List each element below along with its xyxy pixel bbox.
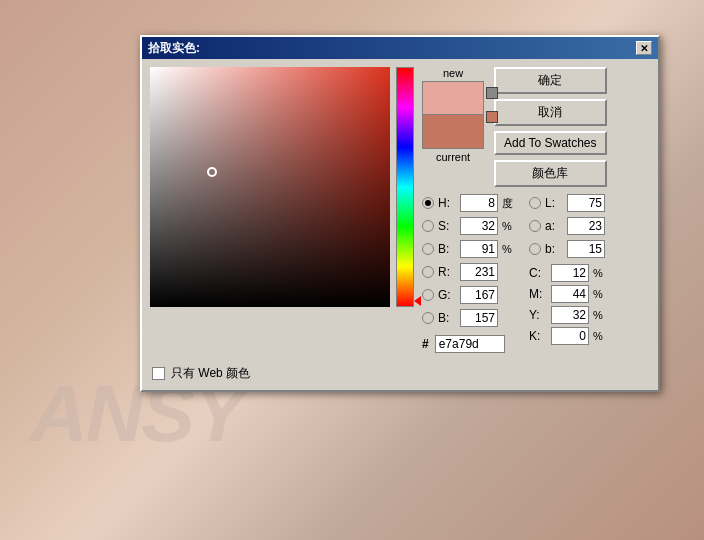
color-library-button[interactable]: 颜色库: [494, 160, 607, 187]
input-Y[interactable]: [551, 306, 589, 324]
field-B: B: %: [422, 239, 513, 259]
field-H: H: 度: [422, 193, 513, 213]
color-gradient-square[interactable]: [150, 67, 390, 307]
input-Bval[interactable]: [460, 309, 498, 327]
radio-a[interactable]: [529, 220, 541, 232]
current-color-box: [422, 115, 484, 149]
unit-S: %: [502, 220, 512, 232]
dialog-title: 拾取实色:: [148, 40, 200, 57]
cmyk-K: K: %: [529, 327, 605, 345]
cancel-button[interactable]: 取消: [494, 99, 607, 126]
web-colors-checkbox[interactable]: [152, 367, 165, 380]
cmyk-M: M: %: [529, 285, 605, 303]
cmyk-section: C: % M: % Y: %: [529, 264, 605, 345]
unit-K: %: [593, 330, 603, 342]
input-b[interactable]: [567, 240, 605, 258]
hex-label: #: [422, 337, 429, 351]
new-label: new: [422, 67, 484, 79]
input-a[interactable]: [567, 217, 605, 235]
field-b: b:: [529, 239, 605, 259]
label-Y: Y:: [529, 308, 547, 322]
field-G: G:: [422, 285, 513, 305]
input-R[interactable]: [460, 263, 498, 281]
cmyk-Y: Y: %: [529, 306, 605, 324]
label-S: S:: [438, 219, 456, 233]
label-Bval: B:: [438, 311, 456, 325]
fields-columns: H: 度 S: % B:: [422, 193, 622, 353]
new-color-box: [422, 81, 484, 115]
add-to-swatches-button[interactable]: Add To Swatches: [494, 131, 607, 155]
hue-slider-arrow: [414, 296, 421, 306]
new-swatch-icon[interactable]: [486, 87, 498, 99]
input-S[interactable]: [460, 217, 498, 235]
lab-cmyk-fields: L: a: b:: [529, 193, 605, 353]
radio-b[interactable]: [529, 243, 541, 255]
unit-H: 度: [502, 196, 513, 211]
label-b: b:: [545, 242, 563, 256]
label-K: K:: [529, 329, 547, 343]
dialog-titlebar: 拾取实色: ✕: [142, 37, 658, 59]
main-right-panel: new current 确定 取消 Add To Swatches 颜: [422, 67, 622, 353]
label-G: G:: [438, 288, 456, 302]
hex-input[interactable]: [435, 335, 505, 353]
label-R: R:: [438, 265, 456, 279]
unit-B: %: [502, 243, 512, 255]
cmyk-C: C: %: [529, 264, 605, 282]
dialog-body: new current 确定 取消 Add To Swatches 颜: [142, 59, 658, 361]
radio-B[interactable]: [422, 243, 434, 255]
hsb-rgb-fields: H: 度 S: % B:: [422, 193, 513, 353]
label-C: C:: [529, 266, 547, 280]
label-M: M:: [529, 287, 547, 301]
current-swatch-icon[interactable]: [486, 111, 498, 123]
color-picker-area: [150, 67, 414, 353]
unit-Y: %: [593, 309, 603, 321]
input-M[interactable]: [551, 285, 589, 303]
input-G[interactable]: [460, 286, 498, 304]
color-picker-dialog: 拾取实色: ✕ new: [140, 35, 660, 392]
ok-button[interactable]: 确定: [494, 67, 607, 94]
radio-G[interactable]: [422, 289, 434, 301]
close-button[interactable]: ✕: [636, 41, 652, 55]
radio-H[interactable]: [422, 197, 434, 209]
unit-C: %: [593, 267, 603, 279]
radio-S[interactable]: [422, 220, 434, 232]
field-L: L:: [529, 193, 605, 213]
label-L: L:: [545, 196, 563, 210]
hex-row: #: [422, 335, 513, 353]
gradient-inner: [150, 67, 390, 307]
checkbox-row: 只有 Web 颜色: [142, 361, 658, 390]
field-Bval: B:: [422, 308, 513, 328]
unit-M: %: [593, 288, 603, 300]
button-panel: 确定 取消 Add To Swatches 颜色库: [494, 67, 607, 187]
radio-L[interactable]: [529, 197, 541, 209]
radio-R[interactable]: [422, 266, 434, 278]
web-colors-label: 只有 Web 颜色: [171, 365, 250, 382]
field-a: a:: [529, 216, 605, 236]
picker-cursor: [207, 167, 217, 177]
label-H: H:: [438, 196, 456, 210]
input-B[interactable]: [460, 240, 498, 258]
label-B: B:: [438, 242, 456, 256]
radio-Bval[interactable]: [422, 312, 434, 324]
input-L[interactable]: [567, 194, 605, 212]
input-C[interactable]: [551, 264, 589, 282]
label-a: a:: [545, 219, 563, 233]
hue-slider[interactable]: [396, 67, 414, 307]
field-R: R:: [422, 262, 513, 282]
current-label: current: [422, 151, 484, 163]
field-S: S: %: [422, 216, 513, 236]
input-H[interactable]: [460, 194, 498, 212]
input-K[interactable]: [551, 327, 589, 345]
